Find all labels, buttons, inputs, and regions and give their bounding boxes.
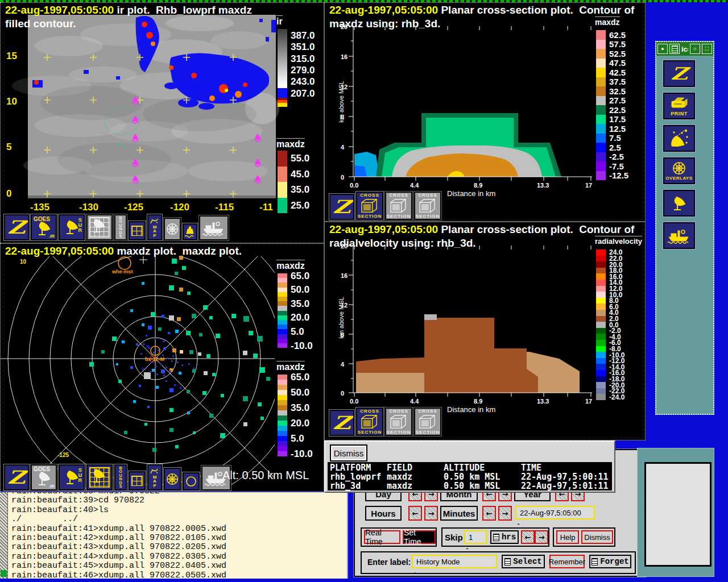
icon-button-print[interactable]: PRINT (663, 93, 695, 119)
minutes-forward-button[interactable] (498, 506, 512, 521)
help-button[interactable]: Help (556, 530, 579, 544)
toolbar-button-map-map[interactable]: MAP (147, 464, 162, 490)
toolbar-button-map-map[interactable]: MAP (147, 214, 162, 240)
toolbar-button-circle[interactable] (183, 472, 200, 490)
minutes-back-button[interactable] (482, 506, 496, 521)
axis-tick-label: 15 (6, 51, 17, 62)
toolbar-button-gear[interactable] (164, 468, 181, 490)
window-iconify-icon[interactable]: ○ (690, 44, 700, 54)
window-menu-icon[interactable] (669, 44, 680, 54)
toolbar-button-zeb[interactable]: Z (329, 410, 354, 436)
toolbar-button-grid-dish[interactable] (86, 214, 113, 240)
xsec2-toolbar: ZCROSSSECTIONCROSSSECTIONCROSSSECTION (329, 408, 441, 436)
menu-icon (504, 558, 511, 566)
toolbar-button-grid-dish[interactable] (86, 464, 113, 490)
toolbar-button-xsec-cross[interactable]: CROSSSECTION (414, 192, 441, 220)
dismiss-button[interactable]: Dismiss (330, 444, 367, 462)
axis-tick-label: 8.9 (474, 398, 482, 405)
skip-input[interactable]: 1 (464, 530, 487, 544)
ppi-maxdz-colorbar-2: maxdz65.050.035.020.05.0-10.0 (275, 361, 324, 469)
maxdz-ppi-window: 22-aug-1997,05:05:00 maxdz plot. maxdz p… (0, 243, 324, 492)
toolbar-button-grid[interactable] (129, 471, 146, 490)
terminal-output: rain:beaufait:38>mkdir 970822rain:beaufa… (11, 492, 346, 579)
ppi-maxdz-colorbar-1: maxdz65.050.035.020.05.0-10.0 (275, 260, 324, 356)
menu-icon (592, 558, 598, 566)
lon-grid-label: -125 (57, 452, 69, 458)
set-time-button[interactable]: Set Time (403, 530, 436, 544)
toolbar-button-xsec-cross[interactable]: CROSSSECTION (385, 192, 412, 220)
toolbar-button-goes-goes[interactable]: GOES.IR (31, 464, 57, 490)
time-input[interactable]: 22-Aug-97,5:05:00 (515, 506, 595, 519)
icon-button-overlays[interactable]: OVERLAYS (663, 157, 695, 184)
skip-units-menu[interactable]: hrs (490, 530, 519, 544)
plot-timestamp: 22-aug-1997,05:05:00 (5, 4, 114, 16)
hours-back-button[interactable] (408, 506, 422, 521)
remember-button[interactable]: Remember (549, 555, 585, 568)
hours-forward-button[interactable] (424, 506, 438, 521)
window-menu-circle-icon[interactable]: ● (657, 44, 668, 54)
platform-table-row: rhb_3dmaxdz0.50 km MSL22-Aug-97,5:01:11 (330, 481, 612, 490)
toolbar-button-bounds-bounds[interactable]: BOUNDS (114, 464, 127, 490)
toolbar-button-xsec-cross[interactable]: CROSSSECTION (356, 192, 383, 220)
skip-back-button[interactable] (521, 530, 535, 544)
icon-button-zeb[interactable]: Z (663, 60, 695, 87)
label-input[interactable]: History Mode (412, 555, 497, 568)
toolbar-button-zeb[interactable]: Z (4, 464, 29, 490)
terminal-window[interactable]: rain:beaufait:38>mkdir 970822rain:beaufa… (0, 492, 348, 579)
axis-tick-label: 0.0 (350, 182, 358, 189)
toolbar-button-grid[interactable] (129, 221, 146, 240)
axis-tick-label: 13.3 (537, 398, 549, 405)
axis-tick-label: 16 (341, 53, 348, 60)
center-marker-label: bx-12-M (145, 356, 164, 362)
hours-button[interactable]: Hours (365, 506, 402, 521)
toolbar-button-sur-sur[interactable]: SUR (59, 464, 85, 490)
toolbar-button-zeb[interactable]: Z (4, 214, 29, 240)
xsec1-colorbar: maxdz62.557.552.547.542.537.532.527.522.… (594, 16, 646, 187)
ir-plot-window: 22-aug-1997,05:05:00 ir plot. Rhb_lowprf… (0, 2, 324, 243)
ship-marker-label: whe-mst (112, 269, 133, 275)
toolbar-button-zeb[interactable]: Z (329, 194, 354, 220)
real-time-button[interactable]: Real Time (364, 530, 400, 544)
dismiss-button[interactable]: Dismiss (581, 530, 613, 544)
plot-timestamp: 22-aug-1997,05:05:00 (5, 245, 114, 257)
toolbar-button-buoy[interactable] (183, 223, 197, 240)
axis-tick-label: 20 (341, 243, 348, 250)
forget-menu-button[interactable]: Forget (589, 555, 631, 568)
toolbar-button-xsec-cross[interactable]: CROSSSECTION (385, 408, 412, 436)
axis-tick-label: 12 (341, 84, 348, 90)
axis-tick-label: 16 (341, 272, 348, 279)
select-menu-button[interactable]: Select (502, 555, 545, 568)
ir-maxdz-colorbar: maxdz55.045.035.025.0 (275, 138, 324, 218)
xsec2-title: 22-aug-1997,05:05:00 Planar cross-sectio… (329, 223, 634, 236)
icon-button-satellite[interactable] (663, 125, 695, 152)
toolbar-button-bounds-bounds[interactable]: BOUNDS (114, 214, 127, 240)
axis-tick-label: 17 (585, 398, 592, 405)
axis-tick-label: 0 (6, 188, 11, 199)
icon-window-titlebar[interactable]: ● icon ○ ⛶ (656, 42, 713, 56)
minutes-button[interactable]: Minutes (440, 506, 478, 521)
terminal-scrollbar[interactable] (0, 492, 8, 579)
toolbar-button-xsec-cross[interactable]: CROSSSECTION (356, 408, 383, 436)
axis-tick-label: -11 (259, 202, 273, 213)
icon-toolbar-window: ● icon ○ ⛶ ZPRINTOVERLAYS (655, 41, 714, 415)
axis-tick-label: 10 (6, 96, 17, 107)
skip-forward-button[interactable] (535, 530, 548, 544)
toolbar-button-ship[interactable] (199, 215, 229, 240)
axis-tick-label: 4.4 (410, 398, 419, 405)
icon-button-radar-dish[interactable] (663, 190, 695, 217)
axis-tick-label: -125 (124, 202, 143, 213)
toolbar-button-xsec-cross[interactable]: CROSSSECTION (414, 408, 441, 436)
skip-label: Skip (445, 533, 463, 542)
icon-button-ship[interactable] (663, 222, 695, 249)
ship-position-marker (118, 257, 131, 269)
plot-timestamp: 22-aug-1997,05:05:00 (329, 223, 438, 235)
maxdz-cross-section-window: 22-aug-1997,05:05:00 Planar cross-sectio… (324, 2, 646, 222)
toolbar-button-gear[interactable] (164, 218, 181, 240)
toolbar-button-sur-sur[interactable]: SUR (59, 214, 85, 240)
axis-tick-label: 12 (341, 302, 348, 309)
platform-table-header: PLATFORMFIELDALTITUDETIME (330, 463, 612, 472)
ir-colorbar: ir387.0351.0315.0279.0243.0207.0 (275, 15, 324, 118)
platform-table: PLATFORMFIELDALTITUDETIMErhb_lowprfmaxdz… (328, 462, 612, 490)
window-maximize-icon[interactable]: ⛶ (702, 44, 712, 54)
toolbar-button-goes-goes[interactable]: GOES.IR (31, 214, 57, 240)
